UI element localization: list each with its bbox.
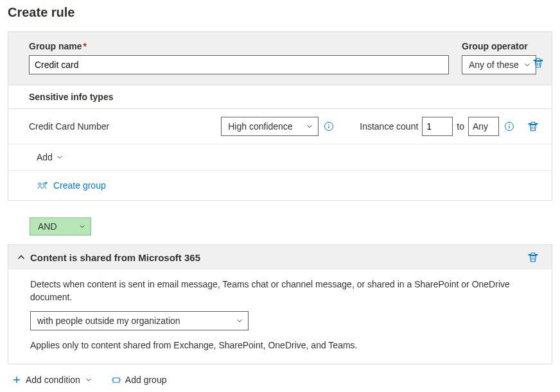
add-condition-button[interactable]: Add condition [12, 375, 92, 385]
svg-point-1 [328, 124, 329, 125]
page-title: Create rule [8, 5, 552, 20]
condition-header[interactable]: Content is shared from Microsoft 365 [8, 245, 552, 269]
instance-to-dropdown[interactable]: Any [468, 117, 499, 136]
delete-condition-button[interactable] [527, 251, 539, 263]
svg-point-4 [39, 183, 41, 185]
instance-to-label: to [457, 121, 464, 132]
logic-operator-row: AND [8, 209, 552, 244]
create-group-button[interactable]: Create group [8, 171, 552, 200]
footer-actions: Add condition Add group [8, 372, 552, 388]
sit-name: Credit Card Number [29, 121, 221, 132]
chevron-down-icon [85, 377, 92, 383]
sit-row: Credit Card Number High confidence Insta… [8, 109, 552, 144]
group-icon [111, 375, 121, 385]
chevron-down-icon [306, 123, 313, 130]
condition-note: Applies only to content shared from Exch… [30, 339, 531, 352]
instance-from-input[interactable] [422, 117, 453, 136]
svg-point-3 [509, 124, 510, 125]
svg-point-5 [43, 183, 46, 185]
chevron-down-icon [57, 154, 63, 160]
sit-header: Sensitive info types [8, 85, 552, 109]
condition-description: Detects when content is sent in email me… [30, 278, 531, 303]
group-operator-dropdown[interactable]: Any of these [462, 55, 536, 74]
condition-body: Detects when content is sent in email me… [8, 269, 552, 364]
share-scope-dropdown[interactable]: with people outside my organization [30, 311, 249, 330]
confidence-dropdown[interactable]: High confidence [221, 117, 319, 136]
group-panel: Group name* Group operator Any of these … [8, 31, 552, 201]
svg-rect-6 [113, 378, 119, 382]
chevron-down-icon [236, 318, 243, 324]
group-name-label: Group name* [29, 41, 449, 51]
required-star: * [83, 41, 86, 51]
chevron-down-icon [79, 223, 85, 230]
condition-title: Content is shared from Microsoft 365 [30, 252, 200, 263]
delete-sit-button[interactable] [527, 121, 539, 132]
condition-panel: Content is shared from Microsoft 365 Det… [8, 244, 552, 364]
plus-icon [12, 375, 22, 385]
chevron-down-icon [524, 62, 530, 68]
group-name-input[interactable] [29, 55, 449, 74]
group-header: Group name* Group operator Any of these [8, 32, 552, 85]
delete-group-button[interactable] [532, 57, 544, 69]
logic-operator-dropdown[interactable]: AND [30, 217, 91, 235]
info-icon[interactable] [324, 121, 334, 132]
chevron-up-icon [16, 252, 26, 262]
add-sit-button[interactable]: Add [8, 144, 552, 171]
add-group-button[interactable]: Add group [111, 375, 167, 385]
create-group-icon [37, 180, 48, 191]
instance-count-label: Instance count [360, 121, 418, 132]
info-icon[interactable] [504, 121, 514, 132]
group-operator-label: Group operator [462, 41, 539, 51]
